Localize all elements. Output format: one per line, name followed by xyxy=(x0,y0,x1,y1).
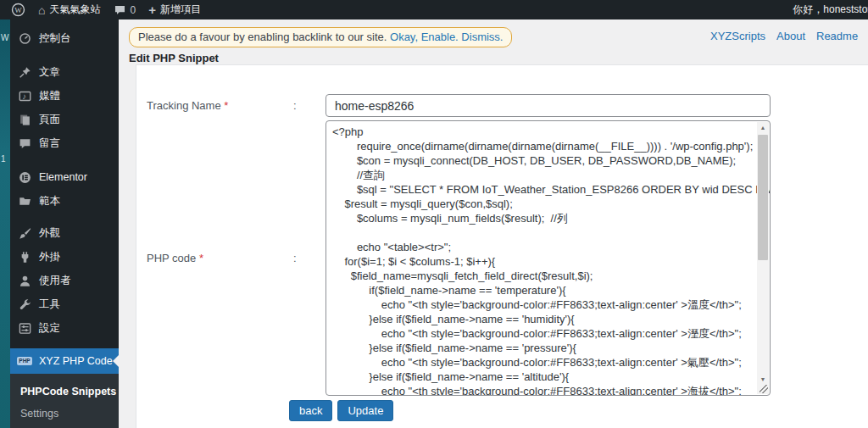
user-icon xyxy=(18,274,31,287)
sidebar-item-users[interactable]: 使用者 xyxy=(10,269,119,292)
php-code-row: PHP code * : <?php require_once(dirname(… xyxy=(136,120,868,396)
settings-icon xyxy=(18,321,31,335)
sidebar-item-label: 控制台 xyxy=(39,31,71,46)
php-badge-icon: PHP xyxy=(18,354,31,368)
scrollbar-track[interactable]: ▲ ▼ xyxy=(757,122,769,394)
sidebar-item-label: 文章 xyxy=(39,65,60,80)
required-marker: * xyxy=(224,99,228,112)
sidebar-item-comments[interactable]: 留言 xyxy=(10,131,119,155)
background-edge-text: 1 xyxy=(1,154,6,164)
plus-icon: + xyxy=(148,3,156,16)
sidebar-item-label: 使用者 xyxy=(39,274,71,288)
submenu-item-settings[interactable]: Settings xyxy=(10,403,119,425)
required-marker: * xyxy=(199,252,203,264)
scrollbar-thumb[interactable] xyxy=(758,135,768,260)
admin-bar-greeting[interactable]: 你好，honeststore xyxy=(793,0,868,19)
scrollbar-down-arrow[interactable]: ▼ xyxy=(757,374,769,385)
notice-message: Please do a favour by enabling backlink … xyxy=(138,31,387,43)
notice-dismiss-link[interactable]: Dismiss. xyxy=(461,31,503,43)
sidebar-item-label: 留言 xyxy=(39,136,60,151)
php-code-textarea[interactable]: <?php require_once(dirname(dirname(dirna… xyxy=(326,121,770,395)
pages-icon xyxy=(18,113,31,126)
separator-colon: : xyxy=(293,252,326,264)
sidebar-item-label: 媒體 xyxy=(39,89,60,103)
plugin-header-links: XYZScripts About Readme FAQ Donate xyxy=(710,30,868,42)
backlink-notice: Please do a favour by enabling backlink … xyxy=(129,27,512,47)
link-about[interactable]: About xyxy=(776,30,805,42)
notice-enable-link[interactable]: Okay, Enable. xyxy=(390,31,459,43)
comment-bubble-icon xyxy=(114,5,125,15)
form-actions: back Update xyxy=(289,400,868,421)
back-button[interactable]: back xyxy=(289,400,332,421)
sidebar-item-posts[interactable]: 文章 xyxy=(10,60,119,84)
admin-bar-new-item[interactable]: + 新增項目 xyxy=(148,0,201,19)
content-area: XYZScripts About Readme FAQ Donate Pleas… xyxy=(119,19,868,428)
sidebar-item-elementor[interactable]: Elementor xyxy=(10,165,119,189)
sidebar-item-templates[interactable]: 範本 xyxy=(10,189,119,213)
link-readme[interactable]: Readme xyxy=(816,30,858,42)
elementor-icon xyxy=(18,170,31,184)
admin-bar-site-link[interactable]: ⌂ 天氣氣象站 xyxy=(38,0,100,19)
submenu-item-phpcode-snippets[interactable]: PHPCode Snippets xyxy=(10,381,119,403)
sidebar-item-media[interactable]: ♪ 媒體 xyxy=(10,84,119,108)
background-window-strip: W 1 xyxy=(0,0,10,428)
pin-icon xyxy=(18,65,31,79)
sidebar-item-pages[interactable]: 頁面 xyxy=(10,108,119,131)
sidebar-item-xyz-php-code[interactable]: PHP XYZ PHP Code xyxy=(10,348,119,374)
php-code-label: PHP code * xyxy=(147,252,293,264)
separator-colon: : xyxy=(293,99,326,112)
update-button[interactable]: Update xyxy=(337,400,393,421)
folder-icon xyxy=(18,194,31,208)
tracking-name-label: Tracking Name * xyxy=(147,99,293,112)
sidebar-item-dashboard[interactable]: 控制台 xyxy=(10,26,119,50)
comment-count: 0 xyxy=(130,4,136,16)
sidebar-item-label: 頁面 xyxy=(39,113,60,127)
sidebar-item-tools[interactable]: 工具 xyxy=(10,292,119,316)
tracking-name-input[interactable] xyxy=(326,94,771,117)
page-title: Edit PHP Snippet xyxy=(129,52,868,64)
comments-icon xyxy=(18,136,31,150)
wordpress-admin-screen: W 1 W ⌂ 天氣氣象站 0 + 新增項目 你好，honeststore xyxy=(0,0,868,428)
new-item-label: 新增項目 xyxy=(160,3,201,17)
submenu-item-about[interactable]: About xyxy=(10,425,119,428)
sidebar-item-appearance[interactable]: 外觀 xyxy=(10,221,119,245)
sidebar-item-label: XYZ PHP Code xyxy=(39,355,113,367)
edit-snippet-panel: Tracking Name * : PHP code * : <?php req… xyxy=(136,64,868,428)
php-code-editor: <?php require_once(dirname(dirname(dirna… xyxy=(326,120,771,396)
sidebar-item-label: 設定 xyxy=(39,321,60,336)
sidebar-item-plugins[interactable]: 外掛 xyxy=(10,245,119,269)
admin-sidebar: 控制台 文章 ♪ 媒體 頁面 留言 xyxy=(10,19,119,428)
home-icon: ⌂ xyxy=(38,4,45,16)
link-xyzscripts[interactable]: XYZScripts xyxy=(710,30,765,42)
sidebar-item-settings[interactable]: 設定 xyxy=(10,316,119,340)
scrollbar-up-arrow[interactable]: ▲ xyxy=(757,122,769,133)
sidebar-item-label: 外觀 xyxy=(39,226,60,241)
brush-icon xyxy=(18,226,31,240)
sidebar-item-label: 範本 xyxy=(39,194,60,208)
site-name: 天氣氣象站 xyxy=(49,3,100,17)
sidebar-item-label: 外掛 xyxy=(39,250,60,264)
xyz-php-code-submenu: PHPCode Snippets Settings About xyxy=(10,374,119,428)
tracking-name-row: Tracking Name * : xyxy=(136,94,868,117)
media-icon: ♪ xyxy=(18,89,31,103)
plugin-icon xyxy=(18,250,31,264)
svg-text:W: W xyxy=(14,6,22,14)
wrench-icon xyxy=(18,297,31,311)
admin-bar-comments-link[interactable]: 0 xyxy=(114,0,136,19)
background-edge-text: W xyxy=(1,33,8,42)
sidebar-item-label: Elementor xyxy=(39,171,87,183)
sidebar-item-label: 工具 xyxy=(39,297,60,312)
dashboard-icon xyxy=(18,31,31,45)
wordpress-logo-icon[interactable]: W xyxy=(11,0,25,19)
admin-bar: W ⌂ 天氣氣象站 0 + 新增項目 你好，honeststore xyxy=(0,0,868,19)
svg-text:♪: ♪ xyxy=(22,92,26,101)
resize-grip[interactable] xyxy=(760,385,768,393)
